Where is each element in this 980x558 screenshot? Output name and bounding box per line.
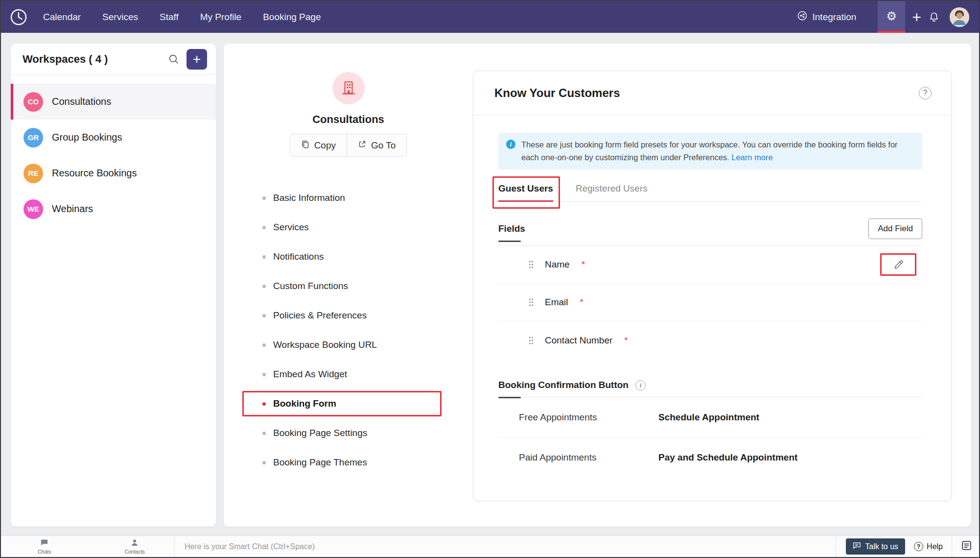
menu-item-services[interactable]: Services [224,213,473,242]
drag-handle-icon[interactable] [528,260,534,269]
workspace-item-label: Consultations [52,96,111,107]
workspace-item-resource-bookings[interactable]: RE Resource Bookings [11,155,216,191]
workspace-item-webinars[interactable]: WE Webinars [11,191,216,227]
edit-field-button[interactable] [893,260,904,270]
workspace-title: Consultations [312,113,384,126]
workspace-item-consultations[interactable]: CO Consultations [11,84,216,120]
nav-item-services[interactable]: Services [102,12,138,23]
app-logo-icon[interactable] [9,7,28,27]
field-row-name: Name * [498,246,922,284]
info-banner: i These are just booking form field pres… [498,133,922,170]
search-icon[interactable] [168,54,179,64]
menu-item-embed-as-widget[interactable]: Embed As Widget [224,360,473,389]
workspace-item-group-bookings[interactable]: GR Group Bookings [11,120,216,155]
menu-item-booking-page-themes[interactable]: Booking Page Themes [224,448,473,477]
add-workspace-button[interactable]: + [187,49,207,70]
workspace-item-label: Webinars [52,203,93,215]
field-row-contact-number: Contact Number * [498,321,922,359]
workspaces-sidebar: Workspaces ( 4 ) + CO Consultations GR G… [11,44,216,527]
main-nav: Calendar Services Staff My Profile Booki… [43,12,321,23]
smart-chat-input[interactable] [185,542,836,551]
talk-to-us-button[interactable]: Talk to us [846,538,906,555]
workspace-list: CO Consultations GR Group Bookings RE Re… [11,75,216,227]
bullet-icon [262,255,266,259]
fields-title: Fields [498,223,525,234]
bullet-icon [262,402,266,406]
workspace-avatar: GR [23,128,43,147]
tab-registered-users[interactable]: Registered Users [576,183,648,201]
bullet-icon [262,373,266,376]
nav-item-my-profile[interactable]: My Profile [200,12,241,23]
chat-shortcuts: Chats Contacts [1,539,174,555]
nav-item-booking-page[interactable]: Booking Page [263,12,321,23]
go-to-button[interactable]: Go To [347,134,406,156]
required-marker: * [580,297,583,308]
chats-button[interactable]: Chats [38,539,51,555]
tab-guest-users[interactable]: Guest Users [498,183,553,201]
bullet-icon [262,285,266,288]
top-navbar: Calendar Services Staff My Profile Booki… [1,1,979,33]
notifications-bell-icon[interactable] [929,12,939,23]
person-icon [131,539,139,548]
settings-button[interactable]: ⚙ [878,1,905,33]
bullet-icon [262,314,266,317]
field-row-email: Email * [498,284,922,321]
menu-item-policies-preferences[interactable]: Policies & Preferences [224,301,473,330]
bullet-icon [262,432,266,435]
panel-title: Know Your Customers [494,86,919,100]
confirmation-rows: Free Appointments Schedule Appointment P… [498,397,922,478]
contacts-button[interactable]: Contacts [124,539,144,555]
navbar-right-cluster: Integration ⚙ + [797,1,979,33]
workspace-item-label: Resource Bookings [52,168,137,179]
integration-icon [797,10,808,24]
learn-more-link[interactable]: Learn more [731,153,772,162]
workspace-menu: Basic Information Services Notifications… [224,183,473,477]
external-link-icon [358,140,367,151]
bullet-icon [262,226,266,229]
help-button[interactable]: ? Help [914,542,943,551]
panel-header: Know Your Customers ? [473,71,951,115]
drag-handle-icon[interactable] [528,297,534,307]
conversations-icon[interactable] [961,540,972,553]
question-mark-icon: ? [914,542,923,551]
main-content-card: Consultations Copy Go To Basic Informati… [224,44,971,527]
sidebar-header: Workspaces ( 4 ) + [11,44,216,75]
divider [174,536,175,558]
required-marker: * [624,335,628,346]
drag-handle-icon[interactable] [528,336,534,345]
confirmation-row-paid: Paid Appointments Pay and Schedule Appoi… [498,437,922,478]
menu-item-booking-form[interactable]: Booking Form [224,389,473,418]
workspace-item-label: Group Bookings [52,132,122,143]
go-to-label: Go To [371,140,396,151]
help-icon[interactable]: ? [919,87,932,99]
info-icon: i [506,140,515,149]
nav-item-calendar[interactable]: Calendar [43,12,81,23]
workspace-building-icon [332,72,365,104]
add-field-button[interactable]: Add Field [868,218,922,239]
annotation-box-booking-form [242,391,442,416]
fields-section-header: Fields Add Field [498,218,922,246]
bullet-icon [262,343,266,347]
workspace-avatar: RE [23,164,43,183]
copy-button[interactable]: Copy [290,134,347,156]
info-icon[interactable]: i [635,380,646,390]
integration-label: Integration [813,12,857,23]
fields-list: Name * Email * [498,246,922,359]
quick-add-button[interactable]: + [912,9,921,25]
menu-item-basic-information[interactable]: Basic Information [224,183,473,213]
menu-item-notifications[interactable]: Notifications [224,242,473,271]
nav-item-staff[interactable]: Staff [160,12,179,23]
annotation-box-edit-field [880,253,916,276]
know-your-customers-panel: Know Your Customers ? i These are just b… [473,71,952,501]
required-marker: * [582,259,585,270]
panel-body: i These are just booking form field pres… [473,133,951,478]
confirmation-row-free: Free Appointments Schedule Appointment [498,397,922,437]
booking-confirmation-section-header: Booking Confirmation Button i [498,380,922,397]
integration-button[interactable]: Integration [797,10,857,24]
workspace-avatar: WE [23,199,43,219]
user-avatar[interactable] [950,7,969,27]
menu-item-custom-functions[interactable]: Custom Functions [224,271,473,301]
menu-item-booking-page-settings[interactable]: Booking Page Settings [224,418,473,448]
menu-item-workspace-booking-url[interactable]: Workspace Booking URL [224,330,473,360]
app-window: Calendar Services Staff My Profile Booki… [0,0,980,558]
